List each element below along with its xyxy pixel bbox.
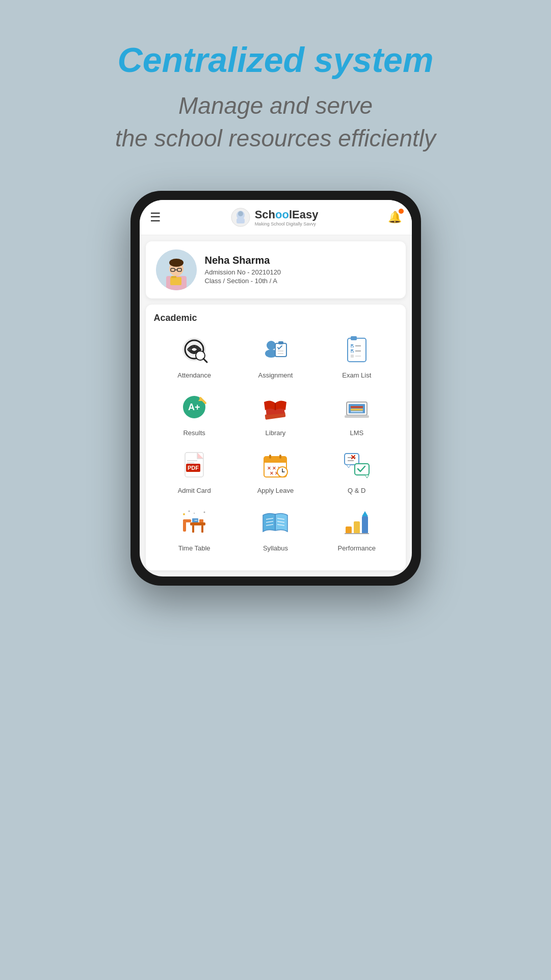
performance-icon (342, 507, 372, 538)
apply-leave-label: Apply Leave (257, 487, 294, 494)
svg-marker-67 (365, 475, 369, 478)
svg-point-80 (189, 510, 190, 512)
bell-button[interactable]: 🔔 (388, 211, 402, 224)
hamburger-icon[interactable]: ☰ (150, 210, 161, 224)
menu-item-admit-card[interactable]: PDF Admit Card (164, 447, 225, 494)
hero-title: Centralized system (31, 41, 520, 79)
menu-item-apply-leave[interactable]: ✕ ✕ ✕ ✕ ✕ Apply Leave (245, 447, 306, 494)
menu-item-attendance[interactable]: Attendance (164, 332, 225, 379)
menu-item-qd[interactable]: Q & D (326, 447, 387, 494)
academic-title: Academic (154, 313, 398, 323)
svg-rect-40 (351, 406, 363, 408)
svg-rect-70 (183, 521, 186, 532)
timetable-icon-box (176, 505, 212, 540)
grid-row-2: A+ Results (154, 389, 398, 437)
class-section: Class / Section - 10th / A (205, 277, 396, 285)
admit-card-label: Admit Card (178, 487, 211, 494)
lms-label: LMS (350, 429, 363, 437)
svg-point-77 (195, 520, 196, 521)
attendance-icon-box (176, 332, 212, 367)
svg-rect-24 (351, 336, 357, 340)
svg-point-2 (238, 211, 243, 216)
menu-item-timetable[interactable]: Time Table (164, 505, 225, 552)
menu-item-performance[interactable]: Performance (326, 505, 387, 552)
svg-rect-23 (348, 338, 366, 362)
menu-item-exam-list[interactable]: Exam List (326, 332, 387, 379)
student-name: Neha Sharma (205, 255, 396, 266)
phone-outer-shell: ☰ SchoolEasy Making School Digitally Sav… (130, 191, 421, 586)
performance-icon-box (339, 505, 375, 540)
svg-point-82 (204, 511, 205, 513)
svg-rect-52 (269, 455, 271, 459)
library-icon-box (257, 389, 293, 425)
app-bar: ☰ SchoolEasy Making School Digitally Sav… (140, 200, 412, 235)
exam-list-icon-box (339, 332, 375, 367)
syllabus-icon-box (257, 505, 293, 540)
apply-leave-icon: ✕ ✕ ✕ ✕ ✕ (260, 449, 291, 480)
svg-point-17 (267, 341, 276, 350)
phone-screen: ☰ SchoolEasy Making School Digitally Sav… (140, 200, 412, 576)
library-label: Library (266, 429, 286, 437)
svg-rect-53 (279, 455, 281, 459)
results-label: Results (183, 429, 205, 437)
svg-rect-90 (346, 526, 352, 534)
exam-list-label: Exam List (342, 371, 371, 379)
menu-item-results[interactable]: A+ Results (164, 389, 225, 437)
app-name: SchoolEasy (255, 208, 319, 221)
svg-rect-11 (170, 277, 181, 285)
app-logo-icon (230, 207, 251, 228)
svg-text:A+: A+ (188, 402, 200, 412)
svg-marker-63 (347, 465, 351, 468)
svg-point-78 (196, 520, 197, 521)
menu-item-library[interactable]: Library (245, 389, 306, 437)
grid-row-4: Time Table (154, 505, 398, 552)
library-icon (260, 392, 291, 422)
profile-info: Neha Sharma Admission No - 20210120 Clas… (205, 255, 396, 285)
svg-marker-93 (362, 511, 368, 516)
menu-item-lms[interactable]: LMS (326, 389, 387, 437)
hero-section: Centralized system Manage and serve the … (0, 0, 551, 175)
svg-rect-91 (354, 521, 360, 534)
grid-row-1: Attendance (154, 332, 398, 379)
svg-text:✕: ✕ (270, 471, 274, 476)
svg-rect-29 (351, 355, 354, 358)
notification-badge (399, 209, 404, 214)
syllabus-icon (260, 507, 291, 538)
assignment-icon (260, 334, 291, 365)
svg-rect-39 (345, 415, 369, 418)
results-icon: A+ (179, 392, 209, 422)
avatar-image (156, 249, 197, 290)
menu-item-assignment[interactable]: Assignment (245, 332, 306, 379)
performance-label: Performance (338, 544, 376, 552)
svg-text:PDF: PDF (188, 465, 199, 471)
svg-point-7 (169, 259, 183, 267)
svg-text:✕: ✕ (272, 466, 276, 471)
lms-icon (342, 392, 372, 422)
attendance-label: Attendance (177, 371, 211, 379)
svg-rect-51 (264, 461, 286, 463)
menu-item-syllabus[interactable]: Syllabus (245, 505, 306, 552)
svg-rect-42 (351, 411, 363, 412)
attendance-icon (179, 334, 209, 365)
avatar (156, 249, 197, 290)
assignment-icon-box (257, 332, 293, 367)
svg-rect-92 (362, 516, 368, 534)
lms-icon-box (339, 389, 375, 425)
results-icon-box: A+ (176, 389, 212, 425)
hero-subtitle: Manage and serve the school resources ef… (31, 89, 520, 155)
syllabus-label: Syllabus (263, 544, 288, 552)
exam-list-icon (342, 334, 372, 365)
svg-point-79 (183, 513, 185, 515)
profile-card: Neha Sharma Admission No - 20210120 Clas… (146, 241, 406, 298)
timetable-label: Time Table (178, 544, 211, 552)
qd-icon (342, 449, 372, 480)
svg-point-81 (194, 513, 195, 514)
academic-section: Academic (146, 305, 406, 570)
svg-rect-72 (190, 522, 205, 525)
qd-label: Q & D (348, 487, 365, 494)
svg-rect-74 (201, 525, 203, 533)
phone-mockup: ☰ SchoolEasy Making School Digitally Sav… (130, 191, 421, 586)
logo-text: SchoolEasy Making School Digitally Savvy (255, 208, 319, 227)
grid-row-3: PDF Admit Card (154, 447, 398, 494)
svg-rect-3 (237, 218, 245, 223)
